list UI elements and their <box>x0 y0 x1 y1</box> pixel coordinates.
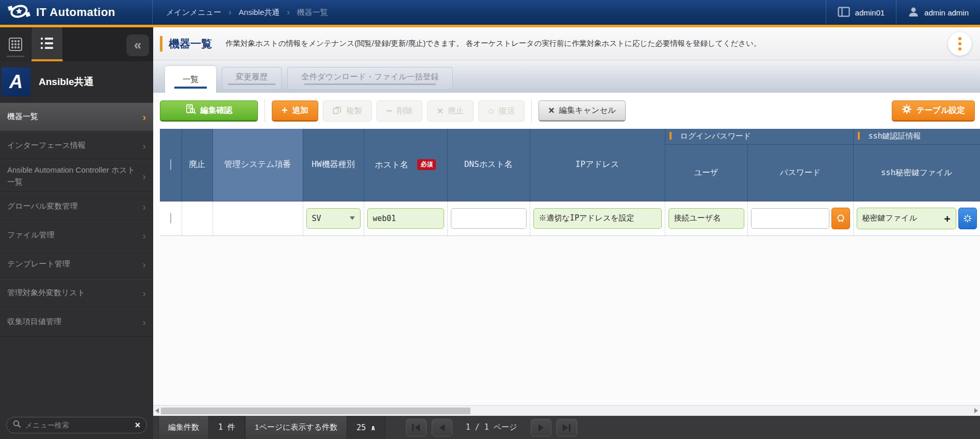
row-dns-host-name-cell <box>447 201 530 235</box>
sidebar-menu: 機器一覧 › インターフェース情報 › Ansible Automation C… <box>0 103 153 411</box>
last-page-button[interactable] <box>557 419 577 436</box>
column-header-dns-host-name[interactable]: DNSホスト名 <box>447 129 530 201</box>
scroll-left-icon[interactable] <box>155 408 159 413</box>
exastro-logo-icon <box>7 4 31 21</box>
tab-menu-list[interactable] <box>31 27 63 61</box>
page-info: 1 / 1 ページ <box>466 423 517 432</box>
sidebar-item-device-list[interactable]: 機器一覧 › <box>0 103 153 131</box>
group-accent-bar <box>669 132 672 140</box>
ssh-key-group-label: ssh鍵認証情報 <box>869 131 921 141</box>
tab-menu-grid[interactable] <box>0 27 31 61</box>
search-icon <box>13 420 21 430</box>
prev-page-button[interactable] <box>432 419 452 436</box>
toolbar-divider <box>265 99 265 123</box>
restore-button[interactable]: ○ 復活 <box>478 100 525 122</box>
menu-group-title: Ansible共通 <box>39 75 94 89</box>
title-accent-bar <box>160 36 162 52</box>
file-action-button[interactable] <box>958 208 977 229</box>
top-header: IT Automation メインメニュー › Ansible共通 › 機器一覧… <box>0 0 980 25</box>
chevron-right-icon: › <box>142 199 146 214</box>
discard-button[interactable]: × 廃止 <box>427 100 473 122</box>
duplicate-label: 複製 <box>346 106 362 116</box>
tab-label: 全件ダウンロード・ファイル一括登録 <box>301 72 439 82</box>
sidebar-item-collection-values[interactable]: 収集項目値管理 › <box>0 308 153 336</box>
user-input[interactable] <box>668 208 744 229</box>
column-header-ssh-key-file[interactable]: ssh秘密鍵ファイル <box>853 144 980 201</box>
first-page-button[interactable] <box>406 419 427 436</box>
required-badge: 必須 <box>417 159 436 170</box>
table-row: SV <box>160 201 980 235</box>
plus-icon: + <box>944 212 950 225</box>
chevron-down-icon <box>350 216 355 220</box>
sidebar-item-label: Ansible Automation Controller ホスト一覧 <box>7 164 142 188</box>
column-header-password[interactable]: パスワード <box>747 144 853 201</box>
column-header-host-name[interactable]: ホスト名 必須 <box>364 129 447 201</box>
host-name-input[interactable] <box>367 208 444 229</box>
workspace-menu[interactable]: admin01 <box>826 0 896 25</box>
sidebar-item-aac-host-list[interactable]: Ansible Automation Controller ホスト一覧 › <box>0 160 153 192</box>
column-header-ip-address[interactable]: IPアドレス <box>530 129 665 201</box>
tab-label: 変更履歴 <box>236 72 268 82</box>
horizontal-scrollbar[interactable] <box>153 405 980 416</box>
hw-type-select[interactable]: SV <box>306 208 361 229</box>
edit-confirm-button[interactable]: 編集確認 <box>160 100 258 122</box>
breadcrumb-main-menu[interactable]: メインメニュー <box>166 8 221 18</box>
ssh-key-file-button[interactable]: 秘密鍵ファイル + <box>857 208 956 229</box>
password-reveal-button[interactable] <box>831 208 850 229</box>
password-input[interactable] <box>751 208 829 229</box>
column-header-discard[interactable]: 廃止 <box>182 129 213 201</box>
breadcrumb-ansible-common[interactable]: Ansible共通 <box>239 8 280 18</box>
page-menu-button[interactable] <box>948 32 972 56</box>
sidebar-item-label: 機器一覧 <box>7 111 38 123</box>
tab-bulk-download-upload[interactable]: 全件ダウンロード・ファイル一括登録 <box>287 67 453 90</box>
menu-search-input[interactable] <box>25 421 130 429</box>
sidebar-item-template-management[interactable]: テンプレート管理 › <box>0 250 153 279</box>
main-content: 機器一覧 作業対象ホストの情報をメンテナンス(閲覧/登録/更新/廃止)できます。… <box>153 27 980 439</box>
app-logo-area[interactable]: IT Automation <box>0 0 153 25</box>
tab-label: 一覧 <box>183 74 199 85</box>
search-clear-icon[interactable]: × <box>135 420 140 431</box>
tab-list-view[interactable]: 一覧 <box>165 66 216 93</box>
plus-icon: + <box>282 105 288 115</box>
sidebar-item-label: テンプレート管理 <box>7 258 70 270</box>
sidebar-item-label: グローバル変数管理 <box>7 200 77 212</box>
chevron-right-icon: › <box>142 285 146 301</box>
minus-icon: − <box>386 106 393 116</box>
edit-cancel-button[interactable]: × 編集キャンセル <box>538 100 626 122</box>
sidebar-item-label: インターフェース情報 <box>7 140 86 151</box>
chevron-right-icon: › <box>142 109 146 125</box>
row-select-cell <box>160 201 182 235</box>
sidebar-item-file-management[interactable]: ファイル管理 › <box>0 221 153 250</box>
scroll-right-icon[interactable] <box>974 408 978 413</box>
add-button[interactable]: + 追加 <box>272 100 318 122</box>
scrollbar-thumb[interactable] <box>161 408 470 414</box>
per-page-select[interactable]: 25 ∧ <box>347 416 385 439</box>
grid-icon <box>9 38 22 51</box>
delete-button[interactable]: − 削除 <box>377 100 423 122</box>
dns-host-name-input[interactable] <box>451 208 527 229</box>
column-header-hw-type[interactable]: HW機器種別 <box>303 129 364 201</box>
duplicate-button[interactable]: 複製 <box>323 100 372 122</box>
delete-label: 削除 <box>397 106 413 116</box>
host-name-header-label: ホスト名 <box>375 160 409 170</box>
breadcrumb-current-page: 機器一覧 <box>297 8 328 18</box>
sidebar-item-unmanaged-variables[interactable]: 管理対象外変数リスト › <box>0 279 153 308</box>
tab-change-history[interactable]: 変更履歴 <box>222 67 282 90</box>
next-page-button[interactable] <box>531 419 551 436</box>
table-settings-button[interactable]: テーブル設定 <box>892 100 975 122</box>
sidebar-item-global-variables[interactable]: グローバル変数管理 › <box>0 192 153 221</box>
sidebar-item-label: 管理対象外変数リスト <box>7 287 85 299</box>
user-menu[interactable]: admin admin <box>896 0 980 25</box>
row-checkbox[interactable] <box>170 213 171 224</box>
column-header-system-no[interactable]: 管理システム項番 <box>213 129 303 201</box>
column-header-user[interactable]: ユーザ <box>665 144 747 201</box>
menu-search-box: × <box>6 417 147 433</box>
select-all-checkbox[interactable] <box>170 159 171 170</box>
ip-address-input[interactable] <box>533 208 662 229</box>
workspace-name: admin01 <box>855 8 885 17</box>
cross-icon: × <box>548 105 554 115</box>
sidebar-item-interface-info[interactable]: インターフェース情報 › <box>0 131 153 160</box>
chevron-right-icon: › <box>142 228 146 243</box>
row-ssh-key-file-cell: 秘密鍵ファイル + <box>853 201 980 235</box>
sidebar-collapse-button[interactable]: « <box>126 35 149 56</box>
